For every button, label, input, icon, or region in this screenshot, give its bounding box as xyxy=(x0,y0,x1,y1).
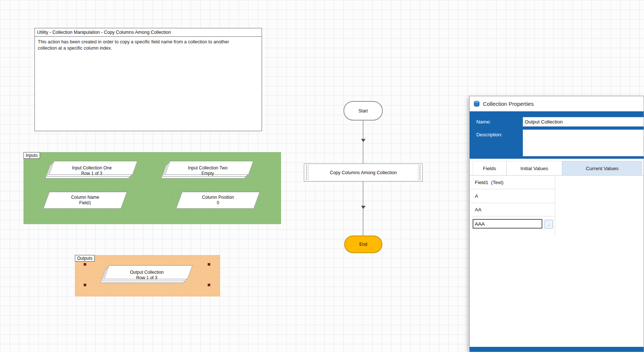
start-node[interactable]: Start xyxy=(343,101,383,121)
input-collection-one-shape[interactable]: Input Collection One Row 1 of 3 xyxy=(48,161,136,180)
page-reference-strip-right xyxy=(418,165,422,180)
note-title: Utility - Collection Manipulation - Copy… xyxy=(35,28,262,37)
dialog-bottom-bar xyxy=(470,347,644,352)
dialog-title: Collection Properties xyxy=(483,101,534,107)
field-column-header: Field1 (Text) xyxy=(471,176,555,189)
link-arrowhead xyxy=(361,139,365,142)
value-edit-input[interactable] xyxy=(473,219,542,229)
outputs-group-label: Outputs xyxy=(75,255,95,262)
column-separator xyxy=(555,176,555,235)
shape-label: Output Collection Row 1 of 3 xyxy=(103,270,191,281)
shape-label-line2: Row 1 of 3 xyxy=(103,275,191,281)
selection-handle[interactable] xyxy=(84,284,86,286)
start-label: Start xyxy=(359,108,368,114)
selection-handle[interactable] xyxy=(208,263,210,266)
action-label: Copy Columns Among Collection xyxy=(330,170,397,175)
description-input[interactable] xyxy=(523,129,644,157)
collection-icon xyxy=(473,101,480,107)
values-tabstrip: Fields Initial Values Current Values xyxy=(470,159,644,176)
page-reference-strip-left xyxy=(305,165,309,180)
shape-label: Input Collection One Row 1 of 3 xyxy=(48,165,136,176)
column-position-shape[interactable]: Column Position 0 xyxy=(179,192,257,209)
name-input[interactable] xyxy=(523,117,644,127)
output-collection-shape[interactable]: Output Collection Row 1 of 3 xyxy=(103,265,191,284)
shape-label-line1: Output Collection xyxy=(103,270,191,275)
shape-label-line2: Row 1 of 3 xyxy=(48,171,136,176)
shape-label-line1: Column Position xyxy=(179,195,257,200)
value-row[interactable]: AA xyxy=(471,203,555,216)
end-node[interactable]: End xyxy=(344,236,382,253)
outputs-group-block[interactable]: Outputs Output Collection Row 1 of 3 xyxy=(75,255,220,297)
shape-label-line1: Input Collection Two xyxy=(164,165,252,171)
shape-label: Column Name Field1 xyxy=(46,195,124,206)
name-label: Name: xyxy=(476,119,491,125)
inputs-group-block[interactable]: Inputs Input Collection One Row 1 of 3 I… xyxy=(23,152,281,224)
shape-label-line2: Empty xyxy=(164,171,252,176)
selection-handle[interactable] xyxy=(84,263,86,266)
process-canvas: { "note": { "title": "Utility - Collecti… xyxy=(0,0,644,352)
shape-label: Input Collection Two Empty xyxy=(164,165,252,176)
column-name-shape[interactable]: Column Name Field1 xyxy=(46,192,124,209)
dialog-titlebar[interactable]: Collection Properties xyxy=(470,96,644,111)
dialog-header-panel: Name: Description: xyxy=(470,111,644,159)
note-box[interactable]: Utility - Collection Manipulation - Copy… xyxy=(34,28,262,131)
input-collection-two-shape[interactable]: Input Collection Two Empty xyxy=(164,161,252,180)
description-label: Description: xyxy=(476,132,502,137)
tab-initial-values[interactable]: Initial Values xyxy=(506,161,562,175)
value-row[interactable]: A xyxy=(471,189,555,203)
shape-label-line2: Field1 xyxy=(46,200,124,206)
inputs-group-label: Inputs xyxy=(23,152,40,159)
action-stage[interactable]: Copy Columns Among Collection xyxy=(304,164,423,182)
shape-label-line1: Input Collection One xyxy=(48,165,136,171)
tab-current-values[interactable]: Current Values xyxy=(562,161,642,175)
note-body: This action has been created in order to… xyxy=(35,37,252,54)
tab-fields[interactable]: Fields xyxy=(473,161,506,175)
ellipsis-button[interactable]: .. xyxy=(545,220,553,229)
end-label: End xyxy=(359,242,367,247)
collection-properties-dialog: Collection Properties Name: Description:… xyxy=(469,96,644,352)
link-arrowhead xyxy=(361,206,365,209)
shape-label: Column Position 0 xyxy=(179,195,257,206)
shape-label-line2: 0 xyxy=(179,200,257,206)
selection-handle[interactable] xyxy=(208,284,210,286)
shape-label-line1: Column Name xyxy=(46,195,124,200)
